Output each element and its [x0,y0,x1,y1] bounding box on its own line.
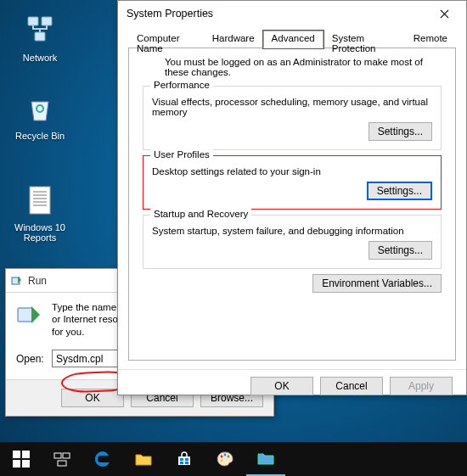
svg-rect-17 [58,461,66,466]
store-icon [175,450,194,468]
taskbar [0,442,467,476]
tab-advanced[interactable]: Advanced [263,31,324,48]
tab-system-protection[interactable]: System Protection [324,31,405,48]
system-properties-title-text: System Properties [127,8,430,20]
startup-recovery-settings-button[interactable]: Settings... [369,241,432,260]
run-title-text: Run [28,275,47,287]
sysprop-ok-button[interactable]: OK [250,377,313,395]
svg-point-23 [224,454,227,456]
desktop-icon-label: Network [10,53,70,63]
svg-point-25 [221,460,223,462]
svg-rect-10 [18,308,33,322]
edge-browser-button[interactable] [83,442,122,476]
svg-rect-0 [28,17,38,25]
recycle-bin-icon [21,90,59,127]
group-legend: Performance [150,80,213,90]
svg-rect-21 [185,462,188,464]
svg-rect-3 [30,187,50,214]
desktop-icon-network[interactable]: Network [10,12,70,63]
desktop-icon-label: Windows 10 Reports [10,222,70,243]
desktop-icon-document[interactable]: Windows 10 Reports [10,182,70,243]
svg-rect-11 [13,451,20,458]
svg-rect-13 [13,460,20,468]
svg-rect-1 [42,17,52,25]
group-user-profiles: User Profiles Desktop settings related t… [143,155,442,210]
svg-rect-12 [22,451,30,458]
desktop-icon-label: Recycle Bin [10,131,70,141]
desktop-icon-recycle-bin[interactable]: Recycle Bin [10,90,70,141]
run-open-label: Open: [16,353,45,365]
task-view-icon [53,450,71,468]
folder-icon [134,450,153,468]
svg-point-24 [228,456,230,458]
group-desc: Desktop settings related to your sign-in [152,166,432,176]
admin-notice-text: You must be logged on as an Administrato… [143,57,442,77]
edge-icon [93,450,112,468]
svg-rect-2 [35,32,45,41]
sysprop-cancel-button[interactable]: Cancel [320,377,383,395]
group-desc: System startup, system failure, and debu… [152,226,432,236]
performance-settings-button[interactable]: Settings... [369,122,432,141]
network-icon [21,12,59,49]
svg-rect-20 [180,462,183,464]
paint-button[interactable] [205,442,245,476]
group-performance: Performance Visual effects, processor sc… [143,86,442,150]
group-legend: Startup and Recovery [150,209,251,219]
close-button[interactable] [430,3,458,24]
svg-rect-16 [63,453,70,458]
palette-icon [216,450,234,468]
system-properties-tabs: Computer Name Hardware Advanced System P… [128,30,456,48]
system-properties-title-bar[interactable]: System Properties [118,1,466,26]
windows-logo-icon [12,450,31,468]
run-icon [11,275,23,287]
group-legend: User Profiles [150,149,213,160]
tab-content-advanced: You must be logged on as an Administrato… [128,48,456,361]
task-view-button[interactable] [42,442,82,476]
system-properties-dialog: System Properties Computer Name Hardware… [117,0,467,395]
folder-open-icon [256,449,275,468]
tab-hardware[interactable]: Hardware [204,31,263,48]
close-icon [440,9,449,19]
sysprop-apply-button[interactable]: Apply [390,377,453,395]
svg-rect-19 [185,458,188,461]
start-button[interactable] [2,442,41,476]
svg-rect-14 [22,460,30,468]
file-explorer-button[interactable] [124,442,163,476]
run-ok-button[interactable]: OK [61,389,124,407]
user-profiles-settings-button[interactable]: Settings... [367,182,432,200]
svg-point-22 [221,456,223,458]
document-icon [21,182,59,219]
store-button[interactable] [165,442,204,476]
run-large-icon [16,301,43,328]
group-desc: Visual effects, processor scheduling, me… [152,97,432,117]
explorer-window-button[interactable] [246,442,285,476]
group-startup-recovery: Startup and Recovery System startup, sys… [143,215,442,269]
tab-remote[interactable]: Remote [405,31,456,48]
svg-rect-15 [54,453,61,458]
svg-rect-18 [180,458,183,461]
tab-computer-name[interactable]: Computer Name [128,31,204,48]
environment-variables-button[interactable]: Environment Variables... [312,274,442,293]
tab-advanced-label: Advanced [272,33,315,43]
